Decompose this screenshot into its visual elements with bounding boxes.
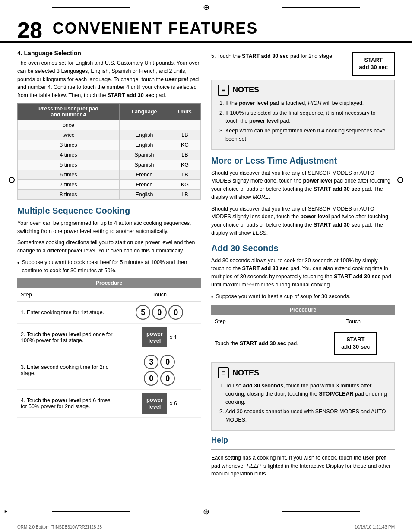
power-btn-1: powerlevel: [142, 327, 167, 347]
more-less-section: More or Less Time Adjustment Should you …: [211, 156, 395, 237]
multiplier-1: x 1: [170, 334, 177, 340]
language-title: 4. Language Selection: [17, 50, 201, 57]
language-section: 4. Language Selection The oven comes set…: [17, 50, 201, 200]
binding-line-left: [52, 7, 130, 8]
table-cell: 4 times: [18, 150, 120, 160]
multi-seq-body2: Sometimes cooking directions tell you to…: [17, 239, 201, 255]
key-0c: 0: [160, 355, 175, 369]
add30-procedure-table: Procedure Step Touch Touch the START add…: [211, 305, 395, 359]
binding-circle-right: [397, 177, 403, 356]
lang-table-header-1: Press the user pref padand number 4: [18, 103, 120, 120]
add30-bullet-text: Suppose you want to heat a cup of soup f…: [216, 293, 350, 302]
binding-circle-left: [9, 177, 15, 356]
multi-seq-section: Multiple Sequence Cooking Your oven can …: [17, 206, 201, 418]
help-divider: [211, 449, 395, 450]
table-row: 1. Enter cooking time for 1st stage. 5 0…: [17, 302, 201, 324]
table-cell: French: [119, 170, 169, 179]
more-less-body2: Should you discover that you like any of…: [211, 205, 395, 237]
table-row: 2. Touch the power level pad once for 10…: [17, 324, 201, 351]
procedure-table: Procedure Step Touch 1. Enter cooking ti…: [17, 278, 201, 417]
table-cell: once: [18, 120, 120, 130]
table-cell: 5 times: [18, 160, 120, 170]
add30-bullet: • Suppose you want to heat a cup of soup…: [211, 293, 395, 302]
notes-list-2: To use add 30 seconds, touch the pad wit…: [218, 382, 388, 424]
table-row: 7 timesFrenchKG: [18, 179, 201, 189]
note-item: If the power level pad is touched, HIGH …: [225, 99, 388, 107]
key-3: 3: [144, 355, 158, 369]
table-cell: LB: [169, 150, 200, 160]
procedure-header: Procedure: [17, 278, 201, 288]
notes-icon-2: ≡: [218, 367, 229, 378]
table-cell: KG: [169, 160, 200, 170]
content-area: 4. Language Selection The oven comes set…: [0, 43, 412, 488]
table-row: Touch the START add 30 sec pad. START ad…: [211, 328, 395, 359]
table-cell: French: [119, 179, 169, 189]
add30-touch-col: Touch: [312, 315, 395, 328]
binding-bottom-right: [282, 511, 360, 512]
step-4-touch: powerlevel x 6: [118, 390, 201, 417]
step-2-desc: 2. Touch the power level pad once for 10…: [17, 324, 118, 351]
note-item: If 100% is selected as the final sequenc…: [225, 109, 388, 126]
page-header: 28 CONVENIENT FEATURES: [0, 15, 412, 43]
binding-marks: ⊕: [0, 0, 412, 15]
table-cell: English: [119, 130, 169, 140]
right-column: 5. Touch the START add 30 sec pad for 2n…: [211, 50, 395, 482]
notes-title-1: NOTES: [232, 85, 259, 94]
table-row: twiceEnglishLB: [18, 130, 201, 140]
step-4-desc: 4. Touch the power level pad 6 times for…: [17, 390, 118, 417]
add30-step-col: Step: [211, 315, 312, 328]
step-1-touch: 5 0 0: [118, 302, 201, 324]
notes-icon-1: ≡: [218, 85, 229, 96]
table-row: 6 timesFrenchLB: [18, 170, 201, 179]
lang-table-header-3: Units: [169, 103, 200, 120]
key-0b: 0: [168, 305, 183, 320]
table-row: 4 timesSpanishLB: [18, 150, 201, 160]
step-col-header: Step: [17, 288, 118, 302]
page-number: 28: [17, 19, 42, 41]
table-cell: twice: [18, 130, 120, 140]
help-body: Each setting has a cooking hint. If you …: [211, 454, 395, 478]
notes-list-1: If the power level pad is touched, HIGH …: [218, 99, 388, 143]
step-3-touch: 3 0 0 0: [118, 351, 201, 390]
step-1-desc: 1. Enter cooking time for 1st stage.: [17, 302, 118, 324]
table-cell: KG: [169, 179, 200, 189]
multi-seq-body1: Your oven can be programmed for up to 4 …: [17, 219, 201, 236]
start-button-1: START add 30 sec: [352, 52, 395, 76]
key-0d: 0: [144, 371, 158, 386]
table-cell: LB: [169, 170, 200, 179]
table-cell: Spanish: [119, 150, 169, 160]
table-row: once: [18, 120, 201, 130]
binding-circle-top: ⊕: [203, 3, 209, 12]
touch-col-header: Touch: [118, 288, 201, 302]
more-less-title: More or Less Time Adjustment: [211, 156, 395, 166]
add30-section: Add 30 Seconds Add 30 seconds allows you…: [211, 243, 395, 359]
help-section: Help Each setting has a cooking hint. If…: [211, 436, 395, 478]
multi-seq-title: Multiple Sequence Cooking: [17, 206, 201, 216]
footer-right: 10/19/10 1:21:43 PM: [355, 525, 395, 529]
multiplier-2: x 6: [170, 400, 177, 406]
table-cell: LB: [169, 189, 200, 199]
page-title: CONVENIENT FEATURES: [53, 19, 258, 41]
help-title: Help: [211, 436, 395, 445]
add30-body: Add 30 seconds allows you to cook for 30…: [211, 257, 395, 289]
footer: ORM 2.0 Bottom [TINSEB310WRRZ] [28 28 10…: [0, 522, 412, 532]
table-row: 3. Enter second cooking time for 2nd sta…: [17, 351, 201, 390]
binding-bottom: ⊕: [0, 504, 412, 519]
left-column: 4. Language Selection The oven comes set…: [17, 50, 201, 482]
table-cell: 3 times: [18, 140, 120, 150]
note-item: Keep warm can be programmed even if 4 co…: [225, 127, 388, 143]
table-cell: [169, 120, 200, 130]
key-0a: 0: [152, 305, 167, 320]
table-row: 4. Touch the power level pad 6 times for…: [17, 390, 201, 417]
step-2-touch: powerlevel x 1: [118, 324, 201, 351]
note-item: To use add 30 seconds, touch the pad wit…: [225, 382, 388, 406]
table-cell: Spanish: [119, 160, 169, 170]
add30-step-touch: START add 30 sec: [312, 328, 395, 359]
binding-line-right: [282, 7, 360, 8]
table-cell: 6 times: [18, 170, 120, 179]
add30-title: Add 30 Seconds: [211, 243, 395, 253]
bullet-dot: •: [17, 259, 19, 275]
key-5: 5: [136, 305, 150, 320]
footer-left: ORM 2.0 Bottom [TINSEB310WRRZ] [28 28: [17, 525, 102, 529]
notes-header-1: ≡ NOTES: [218, 85, 388, 96]
